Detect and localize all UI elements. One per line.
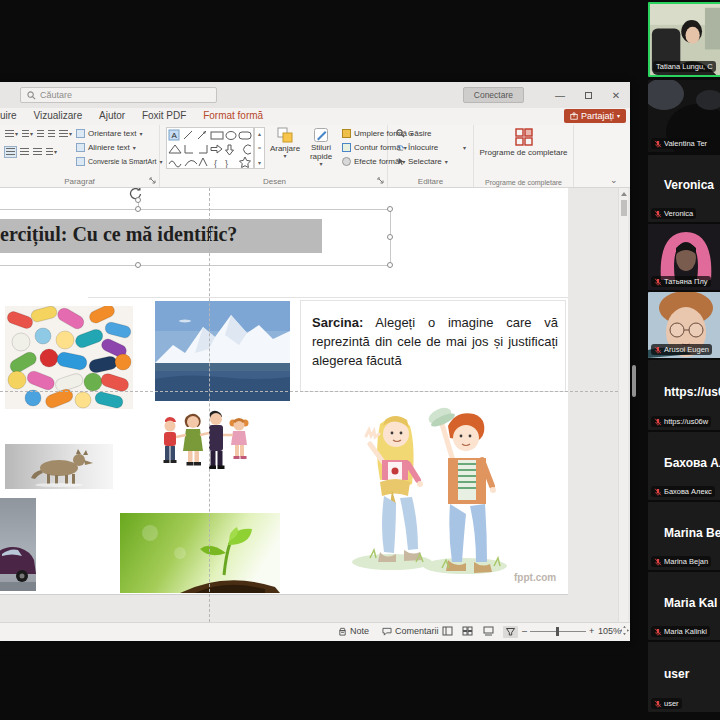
slide-canvas[interactable]: ercițiul: Cu ce mă identific? Sarcina: A… <box>0 188 630 622</box>
arrange-button[interactable]: Aranjare▾ <box>268 127 302 159</box>
slide-title[interactable]: ercițiul: Cu ce mă identific? <box>0 223 237 246</box>
indent-increase-button[interactable] <box>47 129 56 139</box>
shape-effects-icon <box>342 157 351 166</box>
tab-foxit-pdf[interactable]: Foxit PDF <box>142 110 186 121</box>
line-spacing-button[interactable]: ▾ <box>58 129 73 139</box>
participant-tile[interactable]: Marina Be Marina Bejan <box>648 502 720 570</box>
align-right-button[interactable] <box>32 147 43 157</box>
zoom-level[interactable]: 105% <box>598 626 621 636</box>
muted-mic-icon <box>654 210 662 218</box>
indent-decrease-button[interactable] <box>36 129 45 139</box>
muted-mic-icon <box>654 628 662 636</box>
tab-format-forma[interactable]: Format formă <box>203 110 263 121</box>
tab-ajutor[interactable]: Ajutor <box>99 110 125 121</box>
zoom-in-button[interactable]: + <box>589 626 594 636</box>
scrollbar-thumb[interactable] <box>621 200 627 216</box>
participant-tile[interactable]: Veronica Veronica <box>648 155 720 222</box>
participant-tile[interactable]: https://us0 https://us06w <box>648 360 720 430</box>
bullets-button[interactable]: ▾ <box>4 129 19 139</box>
divider-line <box>88 297 568 298</box>
find-button[interactable]: Găsire <box>396 129 432 138</box>
participant-big-name: https://us0 <box>664 385 720 399</box>
car-image[interactable] <box>0 498 36 591</box>
select-button[interactable]: Selectare▾ <box>396 157 448 166</box>
search-input[interactable]: Căutare <box>20 87 217 103</box>
slide-sorter-view-button[interactable] <box>462 626 473 636</box>
addins-icon <box>515 128 533 146</box>
dialog-launcher-icon[interactable] <box>377 177 384 184</box>
connect-button[interactable]: Conectare <box>463 87 524 103</box>
sprout-image[interactable] <box>120 513 280 593</box>
participant-big-name: Maria Kal <box>664 596 717 610</box>
replace-icon <box>396 143 405 152</box>
normal-view-button[interactable] <box>442 626 453 636</box>
muted-mic-icon <box>654 488 662 496</box>
zoom-out-button[interactable]: – <box>522 626 527 636</box>
fit-to-window-button[interactable] <box>620 626 629 635</box>
scroll-up-icon[interactable] <box>621 192 627 196</box>
selection-handle[interactable] <box>135 206 141 212</box>
participant-tile[interactable]: Valentina Ter <box>648 80 720 152</box>
close-button[interactable]: ✕ <box>602 90 630 101</box>
muted-mic-icon <box>654 278 662 286</box>
svg-text:A: A <box>172 131 178 140</box>
minimize-button[interactable]: — <box>546 90 574 101</box>
quick-styles-button[interactable]: Stiluri rapide▾ <box>304 127 338 167</box>
participant-tile[interactable]: Татьяна Плу <box>648 224 720 290</box>
sidebar-scrollbar-thumb[interactable] <box>632 365 636 397</box>
tab-vizualizare[interactable]: Vizualizare <box>33 110 82 121</box>
numbering-button[interactable]: ▾ <box>21 129 34 139</box>
shape-gallery[interactable]: A { <box>166 127 254 169</box>
text-orientation-button[interactable]: Orientare text▾ <box>76 129 142 138</box>
group-label-editare: Editare <box>388 177 473 186</box>
slide-scrollbar[interactable] <box>618 188 628 622</box>
zoom-app: Căutare Conectare — ✕ uire Vizualizare A… <box>0 0 720 720</box>
smartart-button[interactable]: Conversie la SmartArt▾ <box>76 157 162 166</box>
find-icon <box>396 129 405 138</box>
addins-button[interactable]: Programe de completare <box>474 128 573 157</box>
replace-button[interactable]: Înlocuire▾ <box>396 143 466 152</box>
participant-tile[interactable]: Tatiana Lungu, C <box>648 2 720 77</box>
slideshow-view-button[interactable] <box>503 626 518 638</box>
participant-tile[interactable]: Maria Kal Maria Kalinki <box>648 572 720 640</box>
menu-bar: uire Vizualizare Ajutor Foxit PDF Format… <box>0 108 630 125</box>
muted-mic-icon <box>654 700 662 708</box>
align-text-button[interactable]: Aliniere text▾ <box>76 143 136 152</box>
selection-handle[interactable] <box>135 262 141 268</box>
reading-view-button[interactable] <box>483 626 494 636</box>
selection-handle[interactable] <box>135 197 141 203</box>
participant-tile[interactable]: Бахова Ал Бахова Алекс <box>648 432 720 500</box>
notes-button[interactable]: Note <box>338 626 369 636</box>
participant-big-name: Marina Be <box>664 526 720 540</box>
align-left-button[interactable] <box>4 146 17 158</box>
participant-tile[interactable]: Arusoi Eugen <box>648 292 720 358</box>
task-text[interactable]: Sarcina: Alegeți o imagine care vă repre… <box>312 314 558 371</box>
wolf-image[interactable] <box>5 444 113 489</box>
zoom-slider[interactable] <box>530 631 586 632</box>
selection-handle[interactable] <box>387 262 393 268</box>
vertical-guide <box>209 188 210 622</box>
align-center-button[interactable] <box>19 147 30 157</box>
participant-name-label: Татьяна Плу <box>651 276 711 287</box>
comments-button[interactable]: Comentarii <box>382 626 439 636</box>
selection-handle[interactable] <box>387 234 393 240</box>
dialog-launcher-icon[interactable] <box>149 177 156 184</box>
participant-name-label: Marina Bejan <box>651 556 711 567</box>
search-placeholder: Căutare <box>40 90 72 100</box>
columns-button[interactable]: ▾ <box>45 147 58 157</box>
selection-handle[interactable] <box>387 206 393 212</box>
kids-image[interactable] <box>330 394 512 589</box>
zoom-slider-thumb[interactable] <box>556 627 559 636</box>
tab-revizuire[interactable]: uire <box>0 110 17 121</box>
mountain-image[interactable] <box>155 301 290 401</box>
collapse-ribbon-icon[interactable]: ⌄ <box>610 175 618 185</box>
select-icon <box>396 157 405 166</box>
muted-mic-icon <box>654 418 662 426</box>
pills-image[interactable] <box>5 306 133 409</box>
shape-gallery-more-button[interactable]: ▴=▾ <box>254 127 265 169</box>
participant-tile[interactable]: user user <box>648 642 720 712</box>
share-button[interactable]: Partajați ▾ <box>564 109 626 123</box>
family-image[interactable] <box>148 409 250 493</box>
status-bar: Note Comentarii – + 105% <box>0 622 630 641</box>
maximize-button[interactable] <box>574 90 602 101</box>
